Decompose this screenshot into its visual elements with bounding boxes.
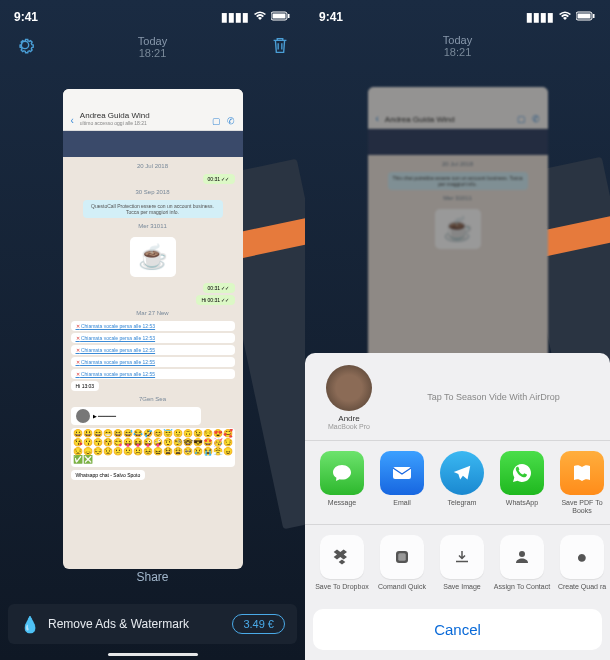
msg-hi: Hi 00:31 ✓✓ — [196, 295, 234, 305]
settings-icon[interactable] — [14, 34, 36, 60]
save-image-icon — [440, 535, 484, 579]
create-icon: ● — [560, 535, 604, 579]
signal-icon: ▮▮▮▮ — [526, 10, 554, 24]
missed-call: ✕ Chiamata vocale persa alle 12:53 — [71, 333, 235, 343]
airdrop-row: Andre MacBook Pro Tap To Season Vide Wit… — [305, 361, 610, 441]
svg-rect-6 — [393, 467, 411, 479]
status-right: ▮▮▮▮ — [526, 10, 596, 24]
status-right: ▮▮▮▮ — [221, 10, 291, 24]
top-bar: Today 18:21 — [305, 30, 610, 62]
dropbox-icon — [320, 535, 364, 579]
cancel-button[interactable]: Cancel — [313, 609, 602, 650]
phone-left: 9:41 ▮▮▮▮ Today 18:21 los / M. Sounto — [0, 0, 305, 660]
phone-right: 9:41 ▮▮▮▮ Today 18:21 los / M. Sounto ‹ — [305, 0, 610, 660]
voice-call-icon[interactable]: ✆ — [227, 116, 235, 126]
chat-body[interactable]: 20 Jul 2018 00:31 ✓✓ 30 Sep 2018 QuestoC… — [63, 131, 243, 561]
shortcuts-icon — [380, 535, 424, 579]
status-time: 9:41 — [14, 10, 38, 24]
purchase-bar[interactable]: 💧 Remove Ads & Watermark 3.49 € — [8, 604, 297, 644]
media-banner — [63, 131, 243, 157]
svg-rect-8 — [398, 554, 406, 562]
wifi-icon — [253, 10, 267, 24]
top-bar: Today 18:21 — [0, 30, 305, 64]
svg-rect-2 — [288, 14, 290, 18]
avatar — [326, 365, 372, 411]
wifi-icon — [558, 10, 572, 24]
back-icon[interactable]: ‹ — [71, 115, 74, 126]
home-indicator[interactable] — [108, 653, 198, 656]
svg-rect-5 — [593, 14, 595, 18]
droplet-icon: 💧 — [20, 615, 40, 634]
status-bar: 9:41 ▮▮▮▮ — [305, 0, 610, 30]
share-app-mail[interactable]: Email — [373, 451, 431, 514]
purchase-label: Remove Ads & Watermark — [48, 617, 224, 631]
contact-icon — [500, 535, 544, 579]
share-app-books[interactable]: Save PDF To Books — [553, 451, 610, 514]
telegram-icon — [440, 451, 484, 495]
missed-call: ✕ Chiamata vocale persa alle 12:55 — [71, 357, 235, 367]
price-button[interactable]: 3.49 € — [232, 614, 285, 634]
msg-hi-in: Hi 13:03 — [71, 381, 100, 391]
emoji-message: 😀😃😄😁😆😅😂🤣😊😇🙂🙃😉😌😍🥰😘😗😙😚😋😛😝😜🤪🤨🧐🤓😎🤩🥳😏😒😞😔😟😕🙁☹️… — [71, 428, 235, 467]
share-apps-row[interactable]: Message Email Telegram WhatsApp — [305, 441, 610, 524]
action-shortcuts[interactable]: Comandi Quick — [373, 535, 431, 591]
status-time: 9:41 — [319, 10, 343, 24]
svg-rect-4 — [578, 14, 591, 19]
action-save-image[interactable]: Save Image — [433, 535, 491, 591]
books-icon — [560, 451, 604, 495]
contact-name: Andrea Guida Wind — [80, 111, 206, 120]
system-message: QuestoCall Protection essere con un acco… — [83, 200, 223, 218]
battery-icon — [271, 10, 291, 24]
share-sheet: Andre MacBook Pro Tap To Season Vide Wit… — [305, 353, 610, 660]
status-bar: 9:41 ▮▮▮▮ — [0, 0, 305, 30]
action-dropbox[interactable]: Save To Dropbox — [313, 535, 371, 591]
message-icon — [320, 451, 364, 495]
today-label: Today 18:21 — [443, 34, 472, 58]
chat-preview[interactable]: ‹ Andrea Guida Wind ultimo accesso oggi … — [63, 89, 243, 569]
airdrop-target[interactable]: Andre MacBook Pro — [319, 365, 379, 430]
share-app-message[interactable]: Message — [313, 451, 371, 514]
cup-sticker: ☕ — [130, 237, 176, 277]
whatsapp-icon — [500, 451, 544, 495]
svg-point-9 — [519, 551, 525, 557]
airdrop-hint: Tap To Season Vide With AirDrop — [391, 392, 596, 402]
signal-icon: ▮▮▮▮ — [221, 10, 249, 24]
battery-icon — [576, 10, 596, 24]
contact-status: ultimo accesso oggi alle 18:21 — [80, 120, 206, 126]
mail-icon — [380, 451, 424, 495]
video-call-icon[interactable]: ▢ — [212, 116, 221, 126]
share-app-whatsapp[interactable]: WhatsApp — [493, 451, 551, 514]
voice-message: ▶ ━━━━━━ — [71, 407, 201, 425]
today-label: Today 18:21 — [138, 35, 167, 59]
delete-icon[interactable] — [269, 34, 291, 60]
svg-rect-1 — [273, 14, 286, 19]
missed-call: ✕ Chiamata vocale persa alle 12:53 — [71, 321, 235, 331]
content-area: los / M. Sounto ‹ Andrea Guida Wind ulti… — [0, 64, 305, 594]
share-actions-row[interactable]: Save To Dropbox Comandi Quick Save Image… — [305, 524, 610, 601]
action-assign-contact[interactable]: Assign To Contact — [493, 535, 551, 591]
action-create[interactable]: ● Create Quad ra — [553, 535, 610, 591]
share-app-telegram[interactable]: Telegram — [433, 451, 491, 514]
missed-call: ✕ Chiamata vocale persa alle 12:55 — [71, 345, 235, 355]
missed-call: ✕ Chiamata vocale persa alle 12:55 — [71, 369, 235, 379]
chat-header: ‹ Andrea Guida Wind ultimo accesso oggi … — [63, 89, 243, 131]
